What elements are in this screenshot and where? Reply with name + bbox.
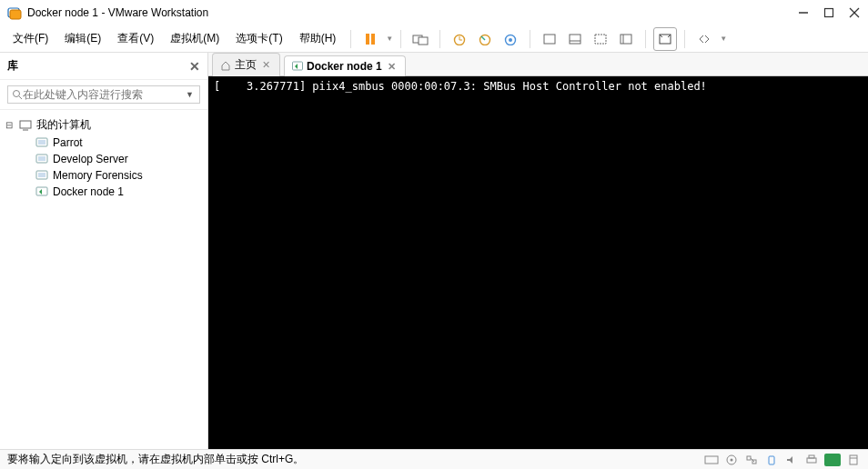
tab-home[interactable]: 主页 ✕ xyxy=(212,53,280,76)
svg-rect-44 xyxy=(850,455,857,464)
search-input[interactable] xyxy=(23,88,184,101)
tab-close-button[interactable]: ✕ xyxy=(386,61,398,73)
vm-console[interactable]: [ 3.267771] piix4_smbus 0000:00:07.3: SM… xyxy=(208,76,868,449)
toolbar-separator xyxy=(684,30,685,48)
svg-rect-41 xyxy=(769,456,774,464)
view-unity-button[interactable] xyxy=(589,27,612,51)
status-message: 要将输入定向到该虚拟机，请在虚拟机内部单击或按 Ctrl+G。 xyxy=(7,452,704,467)
tree-item-label: Parrot xyxy=(53,136,83,149)
svg-rect-25 xyxy=(20,121,31,128)
svg-rect-30 xyxy=(38,156,45,161)
maximize-button[interactable] xyxy=(823,6,835,19)
titlebar: Docker node 1 - VMware Workstation xyxy=(0,0,868,25)
svg-rect-38 xyxy=(747,456,751,460)
toolbar-separator xyxy=(350,30,351,48)
menu-view[interactable]: 查看(V) xyxy=(110,27,161,50)
svg-rect-28 xyxy=(38,140,45,145)
search-dropdown[interactable]: ▼ xyxy=(184,90,196,99)
view-console-button[interactable] xyxy=(614,27,638,51)
svg-rect-7 xyxy=(371,34,375,45)
toolbar-separator xyxy=(400,30,401,48)
stretch-dropdown[interactable]: ▼ xyxy=(720,35,727,43)
status-cd-icon[interactable] xyxy=(724,454,739,466)
tree-item-memory-forensics[interactable]: Memory Forensics xyxy=(4,167,204,184)
svg-rect-35 xyxy=(705,456,718,464)
view-single-button[interactable] xyxy=(538,27,561,51)
collapse-icon[interactable]: ⊟ xyxy=(5,120,15,130)
svg-point-15 xyxy=(509,38,512,42)
status-network-icon[interactable] xyxy=(744,454,759,466)
pause-button[interactable] xyxy=(358,27,382,51)
svg-rect-19 xyxy=(595,35,606,44)
toolbar-separator xyxy=(645,30,646,48)
menu-vm[interactable]: 虚拟机(M) xyxy=(163,27,227,50)
tree-root-label: 我的计算机 xyxy=(36,117,91,133)
home-icon xyxy=(220,60,231,71)
window-title: Docker node 1 - VMware Workstation xyxy=(27,6,797,19)
status-lock-icon[interactable] xyxy=(846,454,861,466)
tree-item-label: Memory Forensics xyxy=(53,169,143,182)
tree-item-label: Docker node 1 xyxy=(53,185,124,198)
tab-bar: 主页 ✕ Docker node 1 ✕ xyxy=(208,53,868,76)
vm-on-icon xyxy=(292,61,303,72)
vm-off-icon xyxy=(35,136,49,149)
status-disk-icon[interactable] xyxy=(704,454,719,466)
menubar: 文件(F) 编辑(E) 查看(V) 虚拟机(M) 选项卡(T) 帮助(H) ▼ … xyxy=(0,25,868,53)
menu-tabs[interactable]: 选项卡(T) xyxy=(228,27,289,50)
library-sidebar: 库 ✕ ▼ ⊟ 我的计算机 Parrot Develop Server xyxy=(0,53,208,449)
search-wrapper: ▼ xyxy=(7,85,200,104)
snapshot-revert-button[interactable] xyxy=(473,27,497,51)
svg-line-24 xyxy=(19,96,22,99)
menu-edit[interactable]: 编辑(E) xyxy=(57,27,108,50)
window-controls xyxy=(797,6,861,19)
tree-root-my-computer[interactable]: ⊟ 我的计算机 xyxy=(4,115,204,135)
svg-rect-3 xyxy=(825,9,833,17)
vm-on-icon xyxy=(35,185,49,198)
toolbar-separator xyxy=(439,30,440,48)
vm-off-icon xyxy=(35,153,49,165)
tab-docker-node-1[interactable]: Docker node 1 ✕ xyxy=(284,55,406,76)
close-button[interactable] xyxy=(848,6,861,19)
menu-help[interactable]: 帮助(H) xyxy=(292,27,344,50)
view-split-button[interactable] xyxy=(563,27,587,51)
svg-rect-17 xyxy=(570,35,580,44)
tab-close-button[interactable]: ✕ xyxy=(260,59,272,71)
send-ctrl-alt-del-button[interactable] xyxy=(409,27,432,51)
svg-rect-32 xyxy=(38,173,45,177)
svg-rect-42 xyxy=(807,458,816,463)
svg-rect-9 xyxy=(419,37,428,45)
menu-file[interactable]: 文件(F) xyxy=(5,27,56,50)
status-usb-icon[interactable] xyxy=(764,454,779,466)
tab-home-label: 主页 xyxy=(235,57,257,73)
tab-active-label: Docker node 1 xyxy=(307,60,382,73)
toolbar-separator xyxy=(530,30,530,48)
pause-dropdown[interactable]: ▼ xyxy=(386,35,393,43)
fullscreen-enter-button[interactable] xyxy=(653,27,677,51)
statusbar: 要将输入定向到该虚拟机，请在虚拟机内部单击或按 Ctrl+G。 xyxy=(0,449,868,469)
computer-icon xyxy=(18,119,33,132)
console-line: [ 3.267771] piix4_smbus 0000:00:07.3: SM… xyxy=(214,80,707,93)
minimize-button[interactable] xyxy=(797,6,810,19)
tree-item-develop-server[interactable]: Develop Server xyxy=(4,151,204,167)
status-indicator[interactable] xyxy=(824,454,841,466)
snapshot-manage-button[interactable] xyxy=(499,27,522,51)
search-icon xyxy=(12,89,23,100)
svg-point-23 xyxy=(14,91,20,97)
svg-rect-43 xyxy=(809,455,814,458)
svg-rect-6 xyxy=(366,34,369,45)
svg-rect-16 xyxy=(544,35,555,44)
vm-off-icon xyxy=(35,169,49,182)
sidebar-title: 库 xyxy=(7,58,18,74)
svg-point-37 xyxy=(731,458,733,461)
snapshot-take-button[interactable] xyxy=(448,27,471,51)
tree-item-label: Develop Server xyxy=(53,153,128,165)
sidebar-close-button[interactable]: ✕ xyxy=(189,59,200,74)
fullscreen-stretch-button[interactable] xyxy=(692,27,716,51)
status-sound-icon[interactable] xyxy=(784,454,799,466)
tree-item-docker-node-1[interactable]: Docker node 1 xyxy=(4,184,204,200)
tree-item-parrot[interactable]: Parrot xyxy=(4,135,204,151)
svg-rect-1 xyxy=(10,10,21,19)
vmware-logo-icon xyxy=(7,5,22,20)
vm-tree: ⊟ 我的计算机 Parrot Develop Server Memory For… xyxy=(0,110,207,449)
status-printer-icon[interactable] xyxy=(804,454,819,466)
